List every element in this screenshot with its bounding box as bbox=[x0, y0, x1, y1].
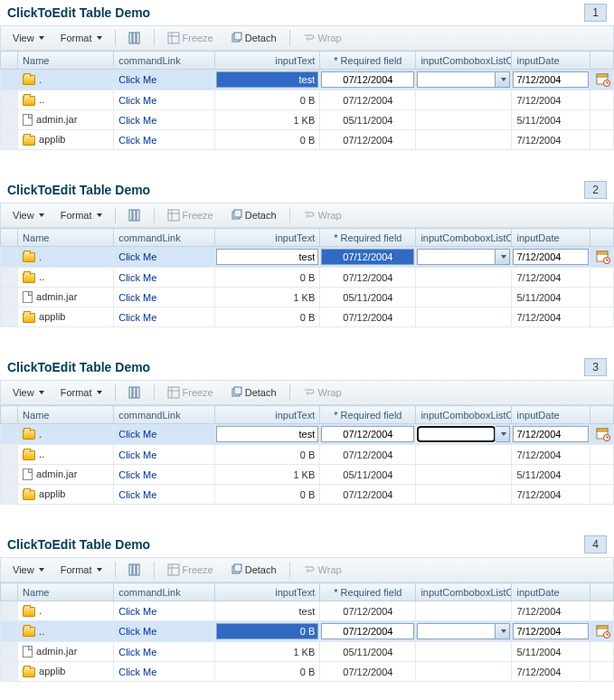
row-handle[interactable] bbox=[1, 465, 18, 485]
command-link[interactable]: Click Me bbox=[118, 449, 156, 460]
columns-button[interactable] bbox=[122, 561, 147, 579]
row-handle[interactable] bbox=[1, 268, 18, 288]
combobox[interactable] bbox=[417, 71, 510, 88]
detach-button[interactable]: Detach bbox=[223, 29, 283, 47]
row-handle[interactable] bbox=[1, 288, 18, 307]
date-picker-button[interactable] bbox=[595, 426, 611, 442]
required-field[interactable] bbox=[321, 71, 414, 88]
combo-input[interactable] bbox=[418, 72, 495, 87]
columns-button[interactable] bbox=[122, 206, 147, 224]
col-date-icon[interactable] bbox=[590, 52, 614, 70]
command-link[interactable]: Click Me bbox=[118, 647, 156, 657]
required-field[interactable] bbox=[321, 249, 414, 265]
view-menu[interactable]: View bbox=[6, 384, 51, 401]
col-name[interactable]: Name bbox=[18, 583, 114, 601]
combo-input[interactable] bbox=[418, 427, 495, 441]
table-row[interactable]: applib Click Me 0 B 07/12/2004 7/12/2004 bbox=[1, 485, 614, 505]
col-required[interactable]: * Required field bbox=[320, 52, 416, 70]
row-handle[interactable] bbox=[1, 642, 18, 662]
command-link[interactable]: Click Me bbox=[118, 135, 156, 146]
col-inputtext[interactable]: inputText bbox=[214, 583, 320, 601]
col-combo[interactable]: inputComboboxListOf bbox=[416, 52, 512, 70]
col-required[interactable]: * Required field bbox=[320, 583, 416, 601]
table-row[interactable]: applib Click Me 0 B 07/12/2004 7/12/2004 bbox=[1, 662, 614, 682]
columns-button[interactable] bbox=[122, 383, 147, 402]
inputtext-field[interactable] bbox=[216, 249, 319, 265]
view-menu[interactable]: View bbox=[6, 207, 51, 223]
inputtext-field[interactable] bbox=[216, 623, 319, 639]
row-handle[interactable] bbox=[1, 307, 18, 327]
combo-dropdown-button[interactable] bbox=[495, 250, 509, 264]
col-date-icon[interactable] bbox=[590, 229, 614, 247]
required-field[interactable] bbox=[321, 623, 414, 639]
wrap-button[interactable]: Wrap bbox=[297, 29, 348, 47]
table-row[interactable]: admin.jar Click Me 1 KB 05/11/2004 5/11/… bbox=[1, 110, 614, 130]
combo-dropdown-button[interactable] bbox=[495, 72, 509, 87]
columns-button[interactable] bbox=[122, 29, 147, 47]
col-commandlink[interactable]: commandLink bbox=[114, 229, 214, 247]
freeze-button[interactable]: Freeze bbox=[161, 206, 220, 224]
date-field[interactable] bbox=[513, 426, 589, 442]
detach-button[interactable]: Detach bbox=[223, 561, 283, 579]
command-link[interactable]: Click Me bbox=[118, 667, 156, 677]
col-date-icon[interactable] bbox=[590, 406, 614, 424]
col-commandlink[interactable]: commandLink bbox=[114, 583, 214, 601]
row-handle-header[interactable] bbox=[1, 229, 18, 247]
wrap-button[interactable]: Wrap bbox=[297, 561, 348, 579]
inputtext-field[interactable] bbox=[216, 71, 319, 88]
row-handle[interactable] bbox=[1, 110, 18, 130]
freeze-button[interactable]: Freeze bbox=[161, 383, 220, 402]
date-field[interactable] bbox=[513, 71, 589, 88]
col-required[interactable]: * Required field bbox=[320, 229, 416, 247]
command-link[interactable]: Click Me bbox=[118, 251, 156, 262]
row-handle[interactable] bbox=[1, 621, 18, 642]
wrap-button[interactable]: Wrap bbox=[297, 206, 348, 224]
date-field[interactable] bbox=[513, 623, 589, 639]
row-handle[interactable] bbox=[1, 601, 18, 621]
table-row[interactable]: .. Click Me 0 B 07/12/2004 7/12/2004 bbox=[1, 90, 614, 110]
row-handle[interactable] bbox=[1, 445, 18, 465]
freeze-button[interactable]: Freeze bbox=[161, 29, 220, 47]
command-link[interactable]: Click Me bbox=[118, 312, 156, 323]
combo-dropdown-button[interactable] bbox=[495, 427, 509, 441]
row-handle[interactable] bbox=[1, 247, 18, 268]
table-row[interactable]: admin.jar Click Me 1 KB 05/11/2004 5/11/… bbox=[1, 288, 614, 307]
combobox[interactable] bbox=[417, 426, 510, 442]
detach-button[interactable]: Detach bbox=[223, 383, 283, 402]
row-handle[interactable] bbox=[1, 424, 18, 445]
combo-dropdown-button[interactable] bbox=[495, 624, 509, 639]
col-date[interactable]: inputDate bbox=[512, 583, 590, 601]
table-row[interactable]: applib Click Me 0 B 07/12/2004 7/12/2004 bbox=[1, 307, 614, 327]
row-handle-header[interactable] bbox=[1, 583, 18, 601]
command-link[interactable]: Click Me bbox=[118, 74, 156, 85]
row-handle[interactable] bbox=[1, 485, 18, 505]
date-picker-button[interactable] bbox=[595, 623, 611, 639]
col-combo[interactable]: inputComboboxListOf bbox=[416, 406, 512, 424]
command-link[interactable]: Click Me bbox=[118, 606, 156, 617]
row-handle-header[interactable] bbox=[1, 52, 18, 70]
col-name[interactable]: Name bbox=[18, 406, 114, 424]
row-handle[interactable] bbox=[1, 662, 18, 682]
detach-button[interactable]: Detach bbox=[223, 206, 283, 224]
col-date[interactable]: inputDate bbox=[512, 52, 590, 70]
date-picker-button[interactable] bbox=[595, 71, 611, 88]
required-field[interactable] bbox=[321, 426, 414, 442]
freeze-button[interactable]: Freeze bbox=[161, 561, 220, 579]
row-handle[interactable] bbox=[1, 90, 18, 110]
row-handle-header[interactable] bbox=[1, 406, 18, 424]
command-link[interactable]: Click Me bbox=[118, 272, 156, 283]
col-inputtext[interactable]: inputText bbox=[214, 229, 320, 247]
table-row[interactable]: .. Click Me bbox=[1, 621, 614, 642]
command-link[interactable]: Click Me bbox=[118, 429, 156, 440]
command-link[interactable]: Click Me bbox=[118, 95, 156, 106]
wrap-button[interactable]: Wrap bbox=[297, 383, 348, 402]
format-menu[interactable]: Format bbox=[54, 384, 109, 401]
combobox[interactable] bbox=[417, 623, 510, 639]
col-inputtext[interactable]: inputText bbox=[214, 52, 320, 70]
command-link[interactable]: Click Me bbox=[118, 469, 156, 480]
col-date[interactable]: inputDate bbox=[512, 406, 590, 424]
table-row[interactable]: applib Click Me 0 B 07/12/2004 7/12/2004 bbox=[1, 130, 614, 150]
date-field[interactable] bbox=[513, 249, 589, 265]
col-combo[interactable]: inputComboboxListOf bbox=[416, 229, 512, 247]
date-picker-button[interactable] bbox=[595, 249, 611, 265]
